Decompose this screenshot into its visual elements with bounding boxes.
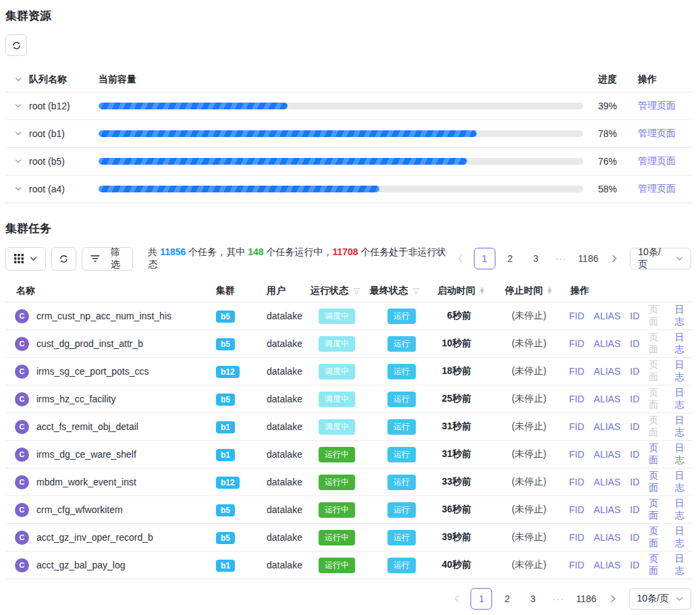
- id-link[interactable]: ID: [630, 338, 639, 349]
- page-1-button[interactable]: 1: [470, 588, 492, 610]
- log-link[interactable]: 日志: [675, 387, 691, 411]
- task-row: C acct_fs_remit_obj_detail b1 datalake 调…: [5, 413, 691, 441]
- id-link[interactable]: ID: [630, 366, 639, 377]
- page-link[interactable]: 页面: [649, 387, 665, 411]
- capacity-column-header: 当前容量: [99, 74, 594, 86]
- log-link[interactable]: 日志: [675, 331, 691, 356]
- start-time-sorter-icon[interactable]: ▲▼: [480, 288, 484, 294]
- stop-time-sorter-icon[interactable]: ▲▼: [547, 288, 551, 294]
- alias-link[interactable]: ALIAS: [594, 394, 621, 404]
- page-link[interactable]: 页面: [649, 304, 665, 328]
- manage-page-link[interactable]: 管理页面: [638, 155, 676, 166]
- fid-link[interactable]: FID: [569, 311, 585, 321]
- page-link[interactable]: 页面: [649, 553, 665, 577]
- page-3-button[interactable]: 3: [525, 248, 547, 269]
- alias-link[interactable]: ALIAS: [594, 366, 621, 377]
- log-link[interactable]: 日志: [675, 498, 691, 522]
- filter-button[interactable]: 筛选: [82, 247, 133, 271]
- manage-page-link[interactable]: 管理页面: [638, 100, 676, 111]
- collapse-all-icon[interactable]: [14, 76, 22, 84]
- alias-link[interactable]: ALIAS: [594, 560, 621, 570]
- fid-link[interactable]: FID: [569, 504, 585, 515]
- log-link[interactable]: 日志: [675, 415, 691, 439]
- expand-queue-icon[interactable]: [14, 130, 22, 138]
- run-status-filter-icon[interactable]: [353, 288, 360, 295]
- id-link[interactable]: ID: [630, 560, 639, 570]
- page-link[interactable]: 页面: [649, 525, 665, 550]
- alias-link[interactable]: ALIAS: [594, 421, 621, 432]
- page-size-select[interactable]: 10条/页: [630, 248, 691, 269]
- page-3-button[interactable]: 3: [522, 588, 543, 610]
- log-link[interactable]: 日志: [675, 442, 691, 466]
- expand-queue-icon[interactable]: [14, 102, 22, 110]
- page-link[interactable]: 页面: [649, 331, 665, 356]
- last-page-button[interactable]: 1186: [576, 248, 601, 269]
- tasks-title: 集群任务: [5, 221, 691, 236]
- last-page-button[interactable]: 1186: [573, 588, 599, 610]
- fid-link[interactable]: FID: [569, 338, 585, 349]
- id-link[interactable]: ID: [630, 421, 639, 432]
- page-link[interactable]: 页面: [649, 415, 665, 439]
- total-count: 11856: [160, 246, 186, 257]
- fid-link[interactable]: FID: [569, 421, 585, 432]
- log-link[interactable]: 日志: [675, 553, 691, 577]
- start-time: 31秒前: [432, 421, 500, 433]
- fid-link[interactable]: FID: [569, 477, 585, 487]
- id-link[interactable]: ID: [630, 532, 639, 543]
- queue-percent: 78%: [594, 128, 632, 139]
- start-time: 39秒前: [432, 531, 500, 543]
- manage-page-link[interactable]: 管理页面: [638, 128, 676, 138]
- prev-page-button[interactable]: [451, 248, 469, 269]
- chevron-left-icon: [457, 255, 464, 263]
- page-link[interactable]: 页面: [649, 470, 665, 494]
- alias-link[interactable]: ALIAS: [594, 532, 621, 543]
- expand-queue-icon[interactable]: [14, 185, 22, 193]
- resources-title: 集群资源: [5, 0, 691, 24]
- task-user: datalake: [267, 504, 311, 515]
- next-page-button[interactable]: [605, 248, 623, 269]
- alias-link[interactable]: ALIAS: [594, 449, 621, 460]
- log-link[interactable]: 日志: [675, 525, 691, 550]
- pagination-ellipsis[interactable]: ···: [551, 253, 572, 264]
- log-link[interactable]: 日志: [675, 304, 691, 328]
- name-column-header: 名称: [5, 285, 216, 297]
- id-link[interactable]: ID: [630, 449, 639, 460]
- page-2-button[interactable]: 2: [496, 588, 518, 610]
- id-link[interactable]: ID: [630, 311, 639, 321]
- fid-link[interactable]: FID: [569, 532, 585, 543]
- page-1-button[interactable]: 1: [474, 248, 495, 269]
- fid-link[interactable]: FID: [569, 560, 585, 570]
- log-link[interactable]: 日志: [675, 359, 691, 383]
- fid-link[interactable]: FID: [569, 449, 585, 460]
- pagination-ellipsis[interactable]: ···: [547, 593, 569, 604]
- prev-page-button[interactable]: [448, 588, 466, 610]
- queue-percent: 39%: [594, 101, 632, 111]
- alias-link[interactable]: ALIAS: [594, 338, 621, 349]
- fid-link[interactable]: FID: [569, 394, 585, 404]
- log-link[interactable]: 日志: [675, 470, 691, 494]
- next-page-button[interactable]: [603, 588, 622, 610]
- id-link[interactable]: ID: [630, 477, 639, 487]
- column-settings-button[interactable]: [5, 247, 46, 271]
- page-size-value: 10条/页: [638, 246, 669, 271]
- id-link[interactable]: ID: [630, 504, 639, 515]
- task-user: datalake: [267, 477, 311, 487]
- fid-link[interactable]: FID: [569, 366, 585, 377]
- page-link[interactable]: 页面: [649, 498, 665, 522]
- resources-refresh-button[interactable]: [5, 34, 27, 56]
- manage-page-link[interactable]: 管理页面: [638, 183, 676, 194]
- page-size-select[interactable]: 10条/页: [629, 588, 691, 610]
- expand-queue-icon[interactable]: [14, 157, 22, 165]
- page-link[interactable]: 页面: [649, 442, 665, 466]
- alias-link[interactable]: ALIAS: [594, 311, 621, 321]
- queue-table: 队列名称 当前容量 进度 操作 root (b12) 39% 管理页面: [5, 67, 691, 203]
- task-row: C cust_dg_prod_inst_attr_b b5 datalake 调…: [5, 330, 691, 358]
- alias-link[interactable]: ALIAS: [594, 504, 621, 515]
- id-link[interactable]: ID: [630, 394, 639, 404]
- task-avatar: C: [15, 392, 29, 406]
- final-status-filter-icon[interactable]: [412, 288, 420, 295]
- page-link[interactable]: 页面: [649, 359, 665, 383]
- alias-link[interactable]: ALIAS: [594, 477, 621, 487]
- page-2-button[interactable]: 2: [500, 248, 521, 269]
- tasks-refresh-button[interactable]: [51, 247, 76, 271]
